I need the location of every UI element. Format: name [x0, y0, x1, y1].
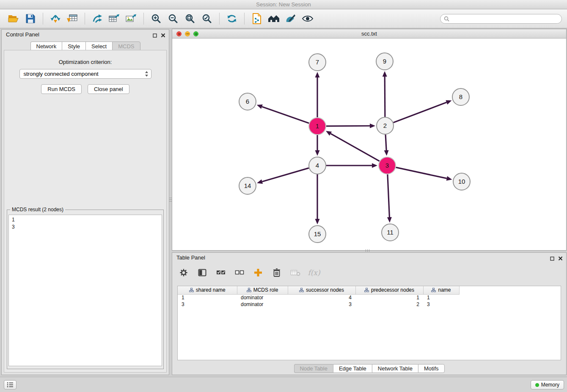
optimization-criterion-select[interactable]: strongly connected component: [19, 69, 151, 79]
import-table-file-button[interactable]: [64, 11, 81, 26]
edge-4-to-14[interactable]: [262, 168, 309, 182]
delete-row-button[interactable]: [271, 267, 282, 278]
style-brush-button[interactable]: [282, 11, 299, 26]
import-network-file-button[interactable]: [47, 11, 64, 26]
vertical-panel-resize-handle[interactable]: [169, 194, 172, 205]
table-cell: 1: [423, 294, 459, 301]
add-column-button[interactable]: [253, 267, 264, 278]
column-header-name[interactable]: name: [423, 286, 459, 294]
column-type-icon: [247, 288, 251, 292]
show-columns-button[interactable]: [197, 267, 208, 278]
table-settings-button[interactable]: [178, 267, 189, 278]
edge-2-to-9[interactable]: [385, 77, 385, 117]
graph-node-label-15: 15: [314, 230, 321, 237]
close-panel-button[interactable]: [161, 32, 165, 39]
import-network-button[interactable]: [89, 11, 106, 26]
open-folder-button[interactable]: [5, 11, 22, 26]
zoom-selected-button[interactable]: [198, 11, 215, 26]
search-input[interactable]: [451, 16, 558, 22]
zoom-fit-button[interactable]: [182, 11, 198, 26]
zoom-in-button[interactable]: [148, 11, 165, 26]
arrowhead-4-to-3: [372, 163, 377, 168]
arrowhead-1-to-7: [315, 72, 320, 77]
close-icon: [558, 256, 563, 261]
trash-icon: [272, 268, 281, 277]
graph-node-label-9: 9: [383, 58, 386, 65]
toolbar-separator: [143, 13, 144, 25]
graph-node-label-11: 11: [387, 229, 394, 236]
edge-1-to-6[interactable]: [262, 107, 309, 123]
table-cell: 4: [288, 294, 355, 301]
table-row[interactable]: 3dominator323: [178, 301, 459, 308]
control-panel: Control Panel NetworkStyleSelectMCDS Opt…: [1, 29, 169, 375]
float-icon: [550, 257, 554, 261]
columns-icon: [198, 268, 206, 277]
node-table: shared nameMCDS rolesuccessor nodesprede…: [177, 286, 561, 360]
window-close-button[interactable]: [176, 31, 182, 36]
network-overview-button[interactable]: [265, 11, 282, 26]
edge-3-to-10[interactable]: [396, 167, 447, 178]
run-mcds-button[interactable]: Run MCDS: [41, 84, 82, 94]
network-canvas[interactable]: 7968124314101511: [172, 39, 566, 250]
edge-3-to-11[interactable]: [388, 174, 389, 217]
deselect-all-icon: [235, 268, 244, 277]
tab-network-table[interactable]: Network Table: [372, 364, 418, 373]
style-brush-icon: [285, 14, 296, 24]
zoom-selected-icon: [202, 14, 212, 24]
arrowhead-2-to-9: [383, 71, 387, 77]
mcds-result-list: 13: [8, 215, 162, 366]
window-title: Session: New Session: [256, 1, 311, 8]
function-builder-button[interactable]: f(x): [308, 267, 319, 278]
select-all-icon: [216, 268, 226, 277]
column-header-shared-name[interactable]: shared name: [178, 286, 237, 294]
table-toolbar: f(x): [178, 265, 319, 280]
export-image-button[interactable]: [123, 11, 140, 26]
edge-3-to-1[interactable]: [330, 134, 379, 161]
column-header-MCDS-role[interactable]: MCDS role: [237, 286, 288, 294]
toolbar-separator: [219, 13, 220, 25]
table-cell: dominator: [237, 294, 288, 301]
task-history-button[interactable]: [4, 380, 17, 389]
edge-2-to-3[interactable]: [385, 135, 386, 150]
close-panel-action-button[interactable]: Close panel: [88, 84, 129, 94]
show-hide-button[interactable]: [299, 11, 316, 26]
zoom-out-button[interactable]: [165, 11, 182, 26]
delete-column-button[interactable]: [290, 267, 301, 278]
arrowhead-1-to-2: [370, 124, 375, 128]
open-session-document-button[interactable]: [248, 11, 265, 26]
tab-edge-table[interactable]: Edge Table: [333, 364, 372, 373]
edge-2-to-8[interactable]: [394, 102, 447, 123]
toolbar-separator: [244, 13, 245, 25]
window-minimize-button[interactable]: [185, 31, 190, 36]
window-zoom-button[interactable]: [193, 31, 198, 36]
graph-node-label-2: 2: [383, 122, 387, 129]
column-header-predecessor-nodes[interactable]: predecessor nodes: [355, 286, 423, 294]
float-table-panel-button[interactable]: [550, 255, 554, 262]
table-panel: Table Panel: [172, 252, 567, 375]
table-row[interactable]: 1dominator411: [178, 294, 459, 301]
mcds-tab-content: Optimization criterion: strongly connect…: [4, 50, 167, 373]
tab-node-table[interactable]: Node Table: [294, 364, 333, 373]
arrowhead-2-to-3: [384, 150, 389, 156]
table-cell: 1: [178, 294, 237, 301]
table-cell: 3: [288, 301, 355, 308]
float-panel-button[interactable]: [153, 32, 157, 39]
close-table-panel-button[interactable]: [558, 255, 563, 262]
memory-status-dot: [535, 383, 539, 387]
select-all-columns-button[interactable]: [215, 267, 226, 278]
graph-node-label-4: 4: [316, 162, 319, 169]
window-titlebar: Session: New Session: [0, 0, 567, 9]
column-header-successor-nodes[interactable]: successor nodes: [288, 286, 355, 294]
save-session-button[interactable]: [22, 11, 39, 26]
export-table-button[interactable]: [106, 11, 123, 26]
edge-1-to-2[interactable]: [326, 126, 370, 126]
function-icon: f(x): [308, 268, 320, 277]
zoom-glyph-icon: [195, 33, 198, 36]
deselect-all-columns-button[interactable]: [234, 267, 245, 278]
tab-motifs[interactable]: Motifs: [418, 364, 445, 373]
horizontal-panel-resize-handle[interactable]: [362, 249, 373, 252]
network-window-titlebar: scc.txt: [172, 29, 566, 39]
memory-button[interactable]: Memory: [531, 380, 564, 389]
search-box[interactable]: [440, 14, 562, 24]
refresh-button[interactable]: [223, 11, 240, 26]
